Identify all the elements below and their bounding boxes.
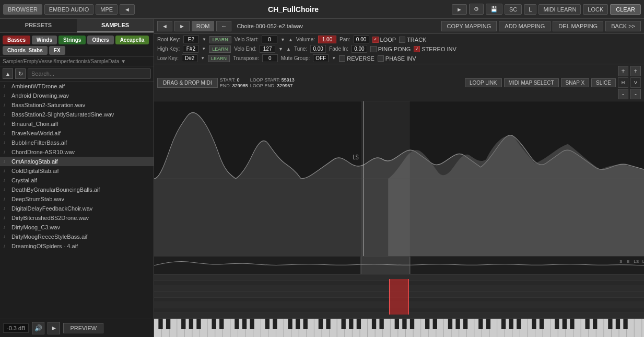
root-key-arrow[interactable]: ▼ xyxy=(202,37,206,42)
list-item[interactable]: Binaural_Choir.aiff xyxy=(0,119,154,129)
mini-waveform-svg: S E LS LE xyxy=(154,257,644,274)
list-item[interactable]: DeathByGranularBouncingBalls.aif xyxy=(0,185,154,194)
filter-accapella[interactable]: Accapella xyxy=(115,36,149,44)
mute-group-value[interactable]: OFF xyxy=(313,54,329,62)
svg-rect-88 xyxy=(288,319,292,329)
piano-roll[interactable] xyxy=(154,274,644,337)
list-item[interactable]: BassStation2-SlightlySaturatedSine.wav xyxy=(0,110,154,119)
pan-value[interactable]: 0.00 xyxy=(354,36,369,43)
save-button[interactable]: 💾 xyxy=(486,4,502,15)
sc-button[interactable]: SC xyxy=(505,4,522,15)
transpose-value[interactable]: 0 xyxy=(262,54,278,62)
waveform-display[interactable]: LS xyxy=(154,101,644,256)
up-arrow-button[interactable]: ▲ xyxy=(3,68,13,79)
list-item[interactable]: Crystal.aif xyxy=(0,176,154,185)
mpe-button[interactable]: MPE xyxy=(96,4,118,15)
loop-link-button[interactable]: LOOP LINK xyxy=(465,78,502,87)
list-item[interactable]: DigitalDelayFeedbackChoir.wav xyxy=(0,204,154,213)
filter-strings[interactable]: Strings xyxy=(58,36,86,44)
list-item[interactable]: DirtyMoog_C3.wav xyxy=(0,223,154,232)
h-plus-button[interactable]: + xyxy=(618,66,628,76)
embed-audio-button[interactable]: EMBED AUDIO xyxy=(44,4,93,15)
refresh-button[interactable]: ↻ xyxy=(15,68,26,79)
preview-button[interactable]: PREVIEW xyxy=(63,323,103,333)
ping-pong-checkbox[interactable]: PING PONG xyxy=(370,46,411,52)
search-input[interactable] xyxy=(28,68,151,79)
back-arrow-button[interactable]: ← xyxy=(216,21,231,31)
clear-button[interactable]: CLEAR xyxy=(610,4,641,15)
tune-value[interactable]: 0.00 xyxy=(310,45,326,53)
list-item-selected[interactable]: CmAnalogStab.aif xyxy=(0,157,154,166)
next-sample-button[interactable]: ► xyxy=(174,21,190,31)
file-list[interactable]: AmbientWTDrone.aif Android Drowning.wav … xyxy=(0,82,154,319)
velo-start-value[interactable]: 0 xyxy=(262,36,277,43)
root-key-value[interactable]: E2 xyxy=(183,36,199,43)
slice-button[interactable]: SLICE xyxy=(591,78,616,87)
low-key-learn[interactable]: LEARN xyxy=(208,55,230,62)
settings-button[interactable]: ⚙ xyxy=(469,4,484,15)
list-item[interactable]: BassStation2-Saturation.wav xyxy=(0,100,154,110)
stereo-inv-checkbox[interactable]: STEREO INV xyxy=(414,46,456,52)
back-button[interactable]: BACK >> xyxy=(605,21,641,31)
svg-rect-91 xyxy=(319,319,323,329)
tab-presets[interactable]: PRESETS xyxy=(0,19,77,32)
velo-end-value[interactable]: 127 xyxy=(260,45,275,53)
list-item[interactable]: DeepStrumStab.wav xyxy=(0,194,154,204)
add-mapping-button[interactable]: ADD MAPPING xyxy=(499,21,551,31)
h-minus-button[interactable]: - xyxy=(618,89,628,99)
lock-button[interactable]: LOCK xyxy=(583,4,608,15)
left-panel: PRESETS SAMPLES Basses Winds Strings Oth… xyxy=(0,19,154,337)
del-mapping-button[interactable]: DEL MAPPING xyxy=(553,21,603,31)
loop-checkbox[interactable]: LOOP xyxy=(372,37,396,43)
midi-learn-button[interactable]: MIDI LEARN xyxy=(538,4,581,15)
low-key-value[interactable]: D#2 xyxy=(182,54,197,62)
browser-button[interactable]: BROWSER xyxy=(3,4,42,15)
list-item[interactable]: DirtyMoogReeceStyleBass.aif xyxy=(0,232,154,241)
velo-start-up[interactable]: ▲ xyxy=(288,37,293,42)
filter-others[interactable]: Others xyxy=(87,36,113,44)
v-plus-button[interactable]: + xyxy=(630,66,641,76)
reverse-checkbox[interactable]: REVERSE xyxy=(339,55,374,62)
volume-value[interactable]: 1.00 xyxy=(318,36,336,43)
filter-chords[interactable]: Chords_Stabs xyxy=(3,46,48,55)
search-bar: ▲ ↻ xyxy=(0,66,154,82)
loop-check-icon xyxy=(372,37,379,43)
rom-button[interactable]: ROM xyxy=(192,21,215,31)
midi-map-select-button[interactable]: MIDI MAP SELECT xyxy=(504,78,559,87)
play-button[interactable]: ► xyxy=(452,4,467,15)
prev-button[interactable]: ◄ xyxy=(120,4,135,15)
list-item[interactable]: AmbientWTDrone.aif xyxy=(0,82,154,91)
volume-icon[interactable]: 🔊 xyxy=(32,322,44,334)
list-item[interactable]: Android Drowning.wav xyxy=(0,91,154,100)
velo-end-up[interactable]: ▲ xyxy=(286,47,291,52)
low-key-arrow[interactable]: ▼ xyxy=(201,56,205,61)
high-key-learn[interactable]: LEARN xyxy=(209,45,231,53)
list-item[interactable]: ColdDigitalStab.aif xyxy=(0,166,154,176)
track-checkbox[interactable]: TRACK xyxy=(399,37,426,43)
drag-drop-midi-button[interactable]: DRAG & DROP MIDI xyxy=(157,78,218,88)
mute-group-arrow[interactable]: ▼ xyxy=(332,56,336,61)
list-item[interactable]: BubblineFilterBass.aif xyxy=(0,138,154,147)
list-item[interactable]: BraveNewWorld.aif xyxy=(0,129,154,138)
velo-end-down[interactable]: ▼ xyxy=(278,47,283,52)
filter-fx[interactable]: FX xyxy=(49,46,65,55)
prev-sample-button[interactable]: ◄ xyxy=(157,21,172,31)
velo-start-down[interactable]: ▼ xyxy=(280,37,285,42)
list-item[interactable]: ChordDrone-ASR10.wav xyxy=(0,147,154,157)
filter-basses[interactable]: Basses xyxy=(3,36,30,44)
play-transport-button[interactable]: ► xyxy=(48,322,60,334)
high-key-value[interactable]: F#2 xyxy=(183,45,198,53)
phase-inv-checkbox[interactable]: PHASE INV xyxy=(378,55,416,62)
mini-waveform[interactable]: S E LS LE xyxy=(154,256,644,274)
v-minus-button[interactable]: - xyxy=(630,89,641,99)
root-key-learn[interactable]: LEARN xyxy=(209,36,231,43)
list-item[interactable]: DirtyBitcrushedBS2Drone.wav xyxy=(0,213,154,223)
copy-mapping-button[interactable]: COPY MAPPING xyxy=(441,21,497,31)
high-key-arrow[interactable]: ▼ xyxy=(202,47,206,51)
snap-x-button[interactable]: SNAP X xyxy=(561,78,590,87)
l-button[interactable]: L xyxy=(524,4,536,15)
fade-in-value[interactable]: 0.00 xyxy=(352,45,367,53)
filter-winds[interactable]: Winds xyxy=(32,36,57,44)
list-item[interactable]: DreamingOfSpiders - 4.aif xyxy=(0,241,154,251)
tab-samples[interactable]: SAMPLES xyxy=(77,19,154,32)
